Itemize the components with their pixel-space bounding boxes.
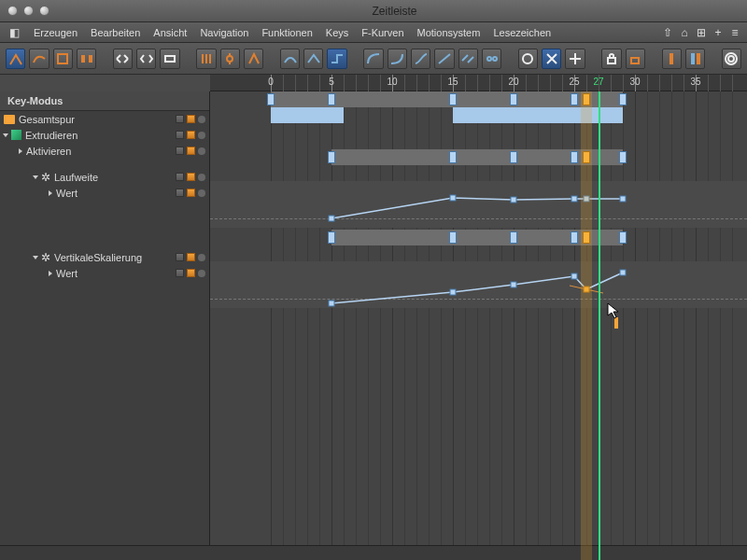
fcurve-mode-button[interactable] <box>29 49 49 69</box>
enable-toggle-icon[interactable] <box>187 173 195 181</box>
window-controls[interactable] <box>7 6 49 16</box>
tangent-spline[interactable] <box>280 49 300 69</box>
menu-navigation[interactable]: Navigation <box>200 27 248 38</box>
enable-toggle-icon[interactable] <box>176 269 184 277</box>
curve-key[interactable] <box>571 273 577 279</box>
enable-toggle-icon[interactable] <box>176 173 184 181</box>
expand-icon[interactable] <box>49 271 52 276</box>
enable-toggle-icon[interactable] <box>187 189 195 197</box>
close-dot[interactable] <box>7 6 18 16</box>
mute-dot-icon[interactable] <box>198 132 205 139</box>
interp-easein[interactable] <box>363 49 383 69</box>
tangent-step[interactable] <box>327 49 346 69</box>
clip-segment[interactable] <box>331 149 623 165</box>
timeline-ruler[interactable]: 0510152025303527 <box>210 75 747 91</box>
expand-icon[interactable] <box>33 256 38 259</box>
enable-toggle-icon[interactable] <box>187 131 195 139</box>
keyframe[interactable] <box>449 93 457 105</box>
curve-key[interactable] <box>511 197 516 203</box>
curve-key[interactable] <box>329 216 334 221</box>
keytool-b[interactable] <box>220 49 240 69</box>
interp-break[interactable] <box>458 49 478 69</box>
clip-segment[interactable] <box>453 107 623 123</box>
expand-icon[interactable] <box>33 175 38 179</box>
clip-segment[interactable] <box>331 230 623 245</box>
menu-erzeugen[interactable]: Erzeugen <box>34 27 78 38</box>
keyframe[interactable] <box>619 151 627 163</box>
track-row-vscale[interactable]: ✲VertikaleSkalierung <box>0 249 209 265</box>
keyframe[interactable] <box>571 231 578 244</box>
interp-flat[interactable] <box>482 49 501 69</box>
enable-toggle-icon[interactable] <box>176 189 184 197</box>
frame-sel-button[interactable] <box>136 49 156 69</box>
lane-extrude[interactable] <box>210 107 747 123</box>
enable-toggle-icon[interactable] <box>176 253 184 261</box>
frame-all-button[interactable] <box>113 49 133 69</box>
menu-ansicht[interactable]: Ansicht <box>153 27 187 38</box>
keyframe[interactable] <box>328 151 335 163</box>
keyframe[interactable] <box>583 93 590 105</box>
expand-icon[interactable] <box>3 133 8 137</box>
enable-toggle-icon[interactable] <box>187 147 195 155</box>
motion-mode-button[interactable] <box>53 49 73 69</box>
keyframe[interactable] <box>510 151 517 163</box>
keyframe[interactable] <box>510 93 517 105</box>
expand-icon[interactable] <box>49 190 52 196</box>
frame-range-button[interactable] <box>160 49 179 69</box>
clip-segment[interactable] <box>271 107 344 123</box>
curve-key[interactable] <box>511 282 516 287</box>
menubar[interactable]: ◧ Erzeugen Bearbeiten Ansicht Navigation… <box>0 22 747 43</box>
track-row-lauf_w[interactable]: Wert <box>0 185 209 201</box>
opt-c[interactable] <box>565 49 585 69</box>
enable-toggle-icon[interactable] <box>187 253 195 261</box>
track-row-aktiv[interactable]: Aktivieren <box>0 143 209 159</box>
menu-motionsystem[interactable]: Motionsystem <box>417 27 481 38</box>
keyframe[interactable] <box>510 231 517 244</box>
more-icon[interactable]: ≡ <box>728 26 741 39</box>
playhead[interactable] <box>599 91 600 560</box>
marker-a[interactable] <box>662 49 682 69</box>
track-row-lauf[interactable]: ✲Laufweite <box>0 169 209 185</box>
curve-key[interactable] <box>450 195 456 201</box>
enable-toggle-icon[interactable] <box>176 147 184 155</box>
lock-a[interactable] <box>601 49 621 69</box>
pin-icon[interactable]: ⇧ <box>661 26 674 39</box>
keyframe[interactable] <box>449 151 457 163</box>
menu-bearbeiten[interactable]: Bearbeiten <box>91 27 140 38</box>
keyframe[interactable] <box>449 231 457 244</box>
timeline-lane-area[interactable]: 00 <box>210 91 747 560</box>
zoom-dot[interactable] <box>39 6 49 16</box>
track-row-vscale_w[interactable]: Wert <box>0 265 209 281</box>
curve-lane-lauf_curve[interactable]: 0 <box>210 181 747 228</box>
lane-lauf[interactable] <box>210 149 747 165</box>
mute-dot-icon[interactable] <box>198 270 205 277</box>
keytool-c[interactable] <box>244 49 263 69</box>
grid-icon[interactable]: ⊞ <box>695 26 708 39</box>
keyframe[interactable] <box>619 93 627 105</box>
interp-lin[interactable] <box>434 49 454 69</box>
keyframe[interactable] <box>328 231 335 244</box>
enable-toggle-icon[interactable] <box>176 131 184 139</box>
mute-dot-icon[interactable] <box>198 116 205 123</box>
enable-toggle-icon[interactable] <box>176 115 184 123</box>
tangent-linear[interactable] <box>303 49 323 69</box>
keytool-a[interactable] <box>196 49 216 69</box>
mute-dot-icon[interactable] <box>198 147 205 155</box>
keyframe[interactable] <box>571 151 578 163</box>
curve-key[interactable] <box>620 196 626 202</box>
keyframe[interactable] <box>328 93 335 105</box>
enable-toggle-icon[interactable] <box>187 269 195 277</box>
expand-icon[interactable] <box>19 148 22 154</box>
menu-fkurven[interactable]: F-Kurven <box>361 27 403 38</box>
interp-easeboth[interactable] <box>411 49 430 69</box>
dope-mode-button[interactable] <box>77 49 96 69</box>
track-row-extrude[interactable]: Extrudieren <box>0 127 209 143</box>
menu-funktionen[interactable]: Funktionen <box>261 27 312 38</box>
mute-dot-icon[interactable] <box>198 254 205 261</box>
opt-a[interactable] <box>518 49 538 69</box>
lane-lauf_w[interactable] <box>210 165 747 181</box>
plus-icon[interactable]: + <box>712 26 725 39</box>
keyframe[interactable] <box>583 231 590 244</box>
home-icon[interactable]: ⌂ <box>678 26 691 39</box>
curve-key[interactable] <box>571 196 577 202</box>
